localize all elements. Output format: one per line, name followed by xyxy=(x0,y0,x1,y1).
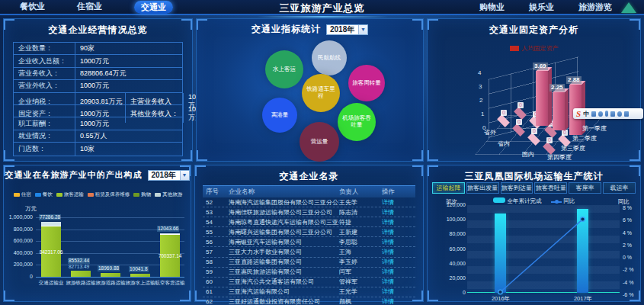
x-axis-label: 第一季度 xyxy=(582,124,607,133)
detail-link[interactable]: 详情 xyxy=(382,208,415,217)
tab-passenger-throughput[interactable]: 旅客吞吐量 xyxy=(534,182,567,194)
chart-legend: 人均固定资产 xyxy=(428,44,640,53)
stacked-bar xyxy=(130,274,150,277)
legend-swatch xyxy=(133,193,139,197)
panel-output-composition: 交通业在各旅游产业中的产出构成 2018年 住宿 餐饮 旅客运输 租赁及保养维修… xyxy=(3,165,191,302)
table-row: 门店数：10家 xyxy=(14,143,182,155)
nav-item-catering[interactable]: 餐饮业 xyxy=(20,1,45,14)
y-tick: 2 xyxy=(479,97,482,104)
legend-swatch xyxy=(14,193,20,197)
y-tick: 0 xyxy=(4,274,33,279)
detail-link[interactable]: 详情 xyxy=(382,218,415,226)
x-axis-line xyxy=(36,277,184,278)
bar-top-label: 12043.66 xyxy=(157,226,179,232)
bar-segment-main xyxy=(101,273,120,277)
y-tick: 80,000 xyxy=(434,231,466,236)
bar-3d xyxy=(553,92,565,130)
stacked-bar: 700337.14 xyxy=(160,233,180,277)
mountain-logo-icon xyxy=(621,2,636,13)
x-axis-label: 第三季度 xyxy=(561,144,585,152)
detail-link[interactable]: 详情 xyxy=(382,278,415,286)
lang-toggle[interactable]: 中 xyxy=(583,110,589,118)
nav-item-transport[interactable]: 交通业 xyxy=(134,1,173,14)
detail-link[interactable]: 详情 xyxy=(382,228,415,236)
tab-passenger-departures[interactable]: 旅客出发量 xyxy=(466,182,499,194)
table-row: 企业数量：90家 xyxy=(14,43,182,55)
bubble-operations-volume[interactable]: 营运量 xyxy=(300,122,339,162)
bar-3d xyxy=(536,71,548,126)
y-tick: 400,000 xyxy=(4,250,33,255)
year-select[interactable]: 2018年 xyxy=(326,24,368,35)
detail-link[interactable]: 详情 xyxy=(382,248,415,256)
bubble-rail-mileage[interactable]: 铁路通车里程 xyxy=(302,74,340,112)
detail-link[interactable]: 详情 xyxy=(382,238,415,246)
bar-segment-main xyxy=(71,271,91,277)
table-row: 62三亚好运通散业投资有限责任公司颜枫详情 xyxy=(203,297,415,305)
legend-line-swatch xyxy=(551,201,562,203)
chart-legend: 住宿 餐饮 旅客运输 租赁及保养维修 购物 其他旅游 xyxy=(7,191,189,198)
table-row: 就业情况：0.55万人 xyxy=(14,130,182,143)
y-tick: 1,000,000 xyxy=(4,214,33,220)
bar-top-label: 82713.49 xyxy=(68,264,90,270)
panel-airport-stats: 三亚凤凰国际机场运输生产统计 运输起降 旅客出发量 旅客到达量 旅客吞吐量 客座… xyxy=(427,165,641,302)
row-axis-label: 国内 xyxy=(522,150,534,159)
bubble-passenger-turnover[interactable]: 旅客周转量 xyxy=(348,65,385,101)
emoticon-icon[interactable] xyxy=(598,111,603,117)
chevron-down-icon[interactable] xyxy=(180,171,189,180)
table-row: 55海南曙兴运输集团有限公司三亚分公司王新建详情 xyxy=(203,227,415,237)
stacked-bar xyxy=(71,271,91,277)
zero-label: 0 xyxy=(501,110,507,116)
bar-segment-main xyxy=(130,274,150,277)
bubble-civil-aviation[interactable]: 民航航线 xyxy=(312,40,347,75)
bar-segment-main: 700337.14 xyxy=(160,235,180,277)
toolbox-icon[interactable] xyxy=(624,111,629,117)
bar-value-label: 3.69 xyxy=(533,63,548,70)
y-tick: 1 xyxy=(481,111,484,117)
mic-icon[interactable] xyxy=(605,111,608,117)
ime-toolbar: S 中 xyxy=(573,108,643,119)
sogou-logo-icon[interactable]: S xyxy=(576,110,581,118)
punctuation-icon[interactable] xyxy=(591,111,596,117)
table-row: 53海南佳联旅游运输有限公司三亚分公司陈志清详情 xyxy=(203,207,415,217)
y-tick: 600,000 xyxy=(4,238,33,243)
year-select[interactable]: 2018年 xyxy=(148,170,190,181)
y-tick-right: 4 % xyxy=(623,230,632,236)
x-axis-label: 2017年 xyxy=(566,295,600,303)
panel-title: 交通业在各旅游产业中的产出构成 xyxy=(5,169,143,181)
bubble-departures[interactable]: 离港量 xyxy=(262,98,297,133)
nav-item-entertainment[interactable]: 娱乐业 xyxy=(529,2,554,13)
symbols-icon[interactable] xyxy=(617,111,622,117)
zero-label: 0 xyxy=(516,119,522,125)
y-tick: 200,000 xyxy=(4,262,33,267)
detail-link[interactable]: 详情 xyxy=(382,268,415,276)
tab-load-factor[interactable]: 客座率 xyxy=(569,182,601,194)
table-header: 序号 企业名称 负责人 操作 xyxy=(203,185,415,197)
detail-link[interactable]: 详情 xyxy=(382,198,415,207)
table-row: 52海南海汽运输集团股份有限公司三亚分公司王先学详情 xyxy=(203,197,415,207)
panel-title: 交通业指标统计 xyxy=(252,23,321,36)
bubble-water-passenger[interactable]: 水上客运 xyxy=(265,50,303,88)
y-tick: 40,000 xyxy=(434,261,466,266)
y-tick: 100,000 xyxy=(434,217,466,222)
tab-carry-rate[interactable]: 载运率 xyxy=(603,182,636,194)
panel-title: 交通企业名录 xyxy=(195,170,423,183)
zero-label: 0 xyxy=(546,137,553,143)
nav-item-lodging[interactable]: 住宿业 xyxy=(77,1,102,14)
table-row: 企业收入总额：1000万元 xyxy=(14,55,182,67)
table-body: 52海南海汽运输集团股份有限公司三亚分公司王先学详情 53海南佳联旅游运输有限公… xyxy=(203,197,415,305)
tab-passenger-arrivals[interactable]: 旅客到达量 xyxy=(501,182,533,194)
keyboard-icon[interactable] xyxy=(610,111,615,117)
nav-item-shopping[interactable]: 购物业 xyxy=(479,2,505,13)
panel-operations-overview: 交通企业经营情况总览 企业数量：90家 企业收入总额：1000万元 营业务收入：… xyxy=(3,18,193,162)
zero-label: 0 xyxy=(531,128,537,134)
bar-top-label: 10041.8 xyxy=(129,266,149,272)
nav-item-tour[interactable]: 旅游游览 xyxy=(578,2,612,13)
yoy-trend-line xyxy=(467,205,620,293)
detail-link[interactable]: 详情 xyxy=(382,287,415,296)
bubble-airport-throughput[interactable]: 机场旅客吞吐量 xyxy=(338,103,376,141)
detail-link[interactable]: 详情 xyxy=(382,258,415,266)
table-row: 固定资产：1000万元其他业务收入：1000万元 xyxy=(14,105,182,117)
chevron-down-icon[interactable] xyxy=(358,25,367,34)
tab-takeoffs-landings[interactable]: 运输起降 xyxy=(432,182,465,194)
detail-link[interactable]: 详情 xyxy=(382,297,415,305)
